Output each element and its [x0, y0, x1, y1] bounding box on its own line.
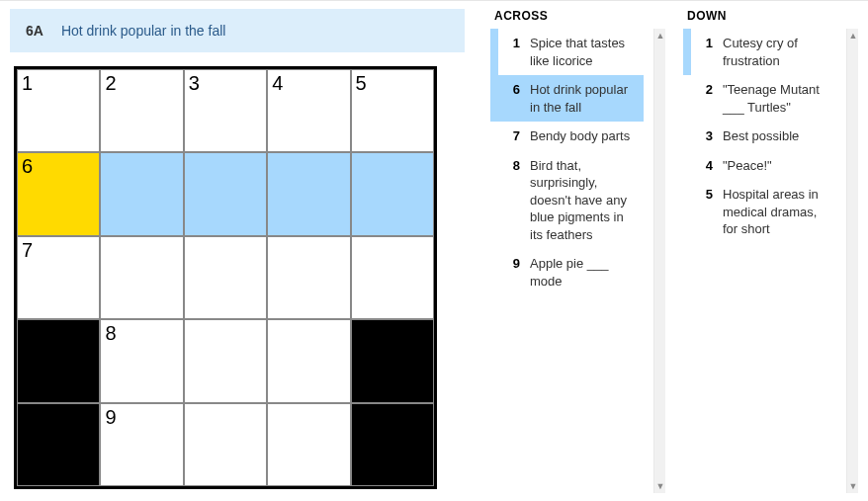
left-panel: 6A Hot drink popular in the fall 1234567…: [10, 9, 465, 493]
grid-cell[interactable]: 2: [100, 69, 183, 152]
clue-item[interactable]: 4"Peace!": [683, 151, 836, 181]
grid-cell[interactable]: 8: [100, 319, 183, 402]
scroll-down-icon[interactable]: ▼: [654, 479, 666, 493]
cell-number: 9: [105, 406, 116, 429]
clue-text: "Peace!": [723, 157, 828, 175]
grid-cell[interactable]: [267, 319, 350, 402]
clue-text: Hot drink popular in the fall: [530, 81, 636, 116]
scrollbar[interactable]: ▲ ▼: [846, 29, 858, 493]
grid-cell-black: [351, 403, 434, 486]
grid-cell[interactable]: [267, 236, 350, 319]
down-column: DOWN 1Cutesy cry of frustration2"Teenage…: [683, 9, 858, 493]
clue-text: "Teenage Mutant ___ Turtles": [723, 81, 828, 116]
cell-number: 6: [22, 155, 33, 178]
clue-item[interactable]: 3Best possible: [683, 122, 836, 151]
across-column: ACROSS 1Spice that tastes like licorice6…: [490, 9, 665, 493]
clue-text: Best possible: [723, 127, 828, 145]
clue-number: 8: [504, 157, 520, 175]
cell-number: 1: [22, 72, 33, 95]
grid-cell[interactable]: [184, 403, 267, 486]
clue-number: 2: [697, 81, 713, 99]
grid-cell-black: [351, 319, 434, 402]
clue-number: 5: [697, 186, 713, 204]
grid-cell[interactable]: 7: [17, 236, 100, 319]
across-heading: ACROSS: [490, 9, 665, 23]
grid-cell[interactable]: [267, 152, 350, 235]
current-clue-bar[interactable]: 6A Hot drink popular in the fall: [10, 9, 465, 52]
clue-item[interactable]: 6Hot drink popular in the fall: [490, 75, 644, 122]
grid-cell[interactable]: 5: [351, 69, 434, 152]
crossword-container: 6A Hot drink popular in the fall 1234567…: [0, 0, 868, 501]
grid-cell[interactable]: [351, 236, 434, 319]
clue-number: 3: [697, 127, 713, 145]
grid-cell[interactable]: [184, 236, 267, 319]
clue-item[interactable]: 1Cutesy cry of frustration: [683, 29, 836, 75]
across-list: 1Spice that tastes like licorice6Hot dri…: [490, 29, 653, 493]
clue-text: Spice that tastes like licorice: [530, 35, 636, 69]
clue-item[interactable]: 7Bendy body parts: [490, 122, 644, 151]
scrollbar[interactable]: ▲ ▼: [653, 29, 665, 493]
clue-number: 6: [504, 81, 520, 99]
grid-cell-black: [17, 319, 100, 402]
cell-number: 4: [272, 72, 283, 95]
clue-text: Apple pie ___ mode: [530, 255, 636, 290]
clue-number: 7: [504, 127, 520, 145]
grid-cell[interactable]: [267, 403, 350, 486]
scroll-up-icon[interactable]: ▲: [654, 29, 666, 42]
current-clue-text: Hot drink popular in the fall: [61, 23, 226, 39]
grid-cell[interactable]: 6: [17, 152, 100, 235]
grid-cell[interactable]: 9: [100, 403, 183, 486]
grid-cell[interactable]: [100, 236, 183, 319]
clue-item[interactable]: 9Apple pie ___ mode: [490, 249, 644, 295]
clue-number: 1: [504, 35, 520, 52]
clue-number: 1: [697, 35, 713, 52]
clue-number: 4: [697, 157, 713, 175]
scroll-down-icon[interactable]: ▼: [847, 479, 859, 493]
grid-cell[interactable]: 1: [17, 69, 100, 152]
grid-cell-black: [17, 403, 100, 486]
cell-number: 5: [356, 72, 367, 95]
grid-cell[interactable]: 4: [267, 69, 350, 152]
clue-item[interactable]: 1Spice that tastes like licorice: [490, 29, 644, 75]
across-scroll: 1Spice that tastes like licorice6Hot dri…: [490, 29, 665, 493]
grid-cell[interactable]: [351, 152, 434, 235]
crossword-grid[interactable]: 123456789: [14, 66, 437, 489]
cell-number: 8: [105, 322, 116, 345]
down-heading: DOWN: [683, 9, 858, 23]
clue-text: Hospital areas in medical dramas, for sh…: [723, 186, 828, 238]
clue-text: Bendy body parts: [530, 127, 636, 145]
cell-number: 2: [105, 72, 116, 95]
clue-item[interactable]: 5Hospital areas in medical dramas, for s…: [683, 180, 836, 244]
clue-text: Cutesy cry of frustration: [723, 35, 828, 69]
grid-cell[interactable]: [184, 152, 267, 235]
grid-cell[interactable]: 3: [184, 69, 267, 152]
scroll-up-icon[interactable]: ▲: [847, 29, 859, 42]
down-scroll: 1Cutesy cry of frustration2"Teenage Muta…: [683, 29, 858, 493]
grid-cell[interactable]: [100, 152, 183, 235]
clue-text: Bird that, surprisingly, doesn't have an…: [530, 157, 636, 244]
current-clue-label: 6A: [26, 23, 43, 39]
cell-number: 3: [189, 72, 200, 95]
down-list: 1Cutesy cry of frustration2"Teenage Muta…: [683, 29, 846, 493]
clue-item[interactable]: 2"Teenage Mutant ___ Turtles": [683, 75, 836, 122]
cell-number: 7: [22, 239, 33, 262]
clue-number: 9: [504, 255, 520, 273]
clue-item[interactable]: 8Bird that, surprisingly, doesn't have a…: [490, 151, 644, 250]
grid-cell[interactable]: [184, 319, 267, 402]
clue-lists: ACROSS 1Spice that tastes like licorice6…: [490, 9, 858, 493]
